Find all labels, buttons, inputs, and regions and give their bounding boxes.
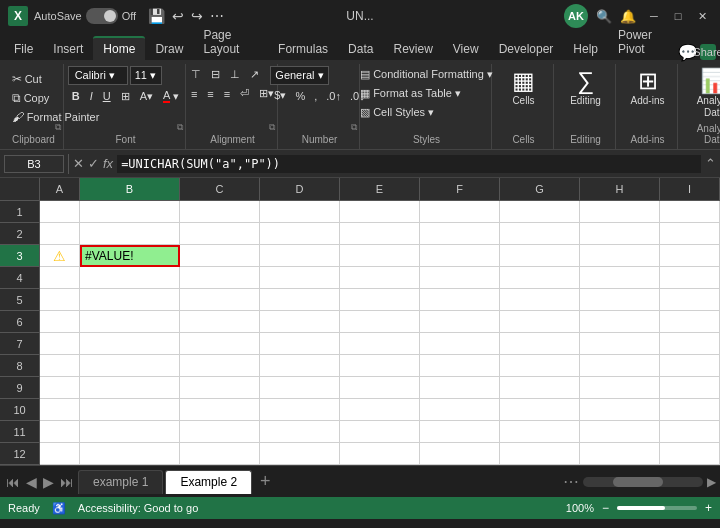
cell-a3[interactable]: ⚠ bbox=[40, 245, 80, 267]
row-header-5[interactable]: 5 bbox=[0, 289, 40, 311]
font-family-dropdown[interactable]: Calibri ▾ bbox=[68, 66, 128, 85]
cell-c7[interactable] bbox=[180, 333, 260, 355]
col-header-i[interactable]: I bbox=[660, 178, 720, 200]
orientation-button[interactable]: ↗ bbox=[246, 66, 263, 83]
cell-a8[interactable] bbox=[40, 355, 80, 377]
cell-f3[interactable] bbox=[420, 245, 500, 267]
row-header-10[interactable]: 10 bbox=[0, 399, 40, 421]
tab-page-layout[interactable]: Page Layout bbox=[193, 24, 268, 60]
font-size-dropdown[interactable]: 11 ▾ bbox=[130, 66, 162, 85]
number-format-dropdown[interactable]: General ▾ bbox=[270, 66, 328, 85]
cell-a9[interactable] bbox=[40, 377, 80, 399]
cell-h11[interactable] bbox=[580, 421, 660, 443]
cell-e4[interactable] bbox=[340, 267, 420, 289]
close-button[interactable]: ✕ bbox=[692, 6, 712, 26]
cell-e5[interactable] bbox=[340, 289, 420, 311]
sheet-nav-next-icon[interactable]: ▶ bbox=[41, 472, 56, 492]
cell-e8[interactable] bbox=[340, 355, 420, 377]
share-icon[interactable]: Share bbox=[700, 44, 716, 60]
cell-a4[interactable] bbox=[40, 267, 80, 289]
tab-developer[interactable]: Developer bbox=[489, 38, 564, 60]
cell-c6[interactable] bbox=[180, 311, 260, 333]
col-header-h[interactable]: H bbox=[580, 178, 660, 200]
sheet-nav-prev-icon[interactable]: ◀ bbox=[24, 472, 39, 492]
cell-i12[interactable] bbox=[660, 443, 720, 465]
align-left-button[interactable]: ≡ bbox=[187, 85, 201, 102]
zoom-slider[interactable] bbox=[617, 506, 697, 510]
row-header-3[interactable]: 3 bbox=[0, 245, 40, 267]
cell-i3[interactable] bbox=[660, 245, 720, 267]
minimize-button[interactable]: ─ bbox=[644, 6, 664, 26]
cell-a12[interactable] bbox=[40, 443, 80, 465]
cell-g11[interactable] bbox=[500, 421, 580, 443]
search-icon[interactable]: 🔍 bbox=[596, 8, 612, 24]
row-header-12[interactable]: 12 bbox=[0, 443, 40, 465]
cell-d7[interactable] bbox=[260, 333, 340, 355]
clipboard-expand-icon[interactable]: ⧉ bbox=[55, 122, 61, 133]
cell-b7[interactable] bbox=[80, 333, 180, 355]
tab-formulas[interactable]: Formulas bbox=[268, 38, 338, 60]
fill-color-button[interactable]: A▾ bbox=[136, 87, 157, 105]
tab-help[interactable]: Help bbox=[563, 38, 608, 60]
cell-i9[interactable] bbox=[660, 377, 720, 399]
cell-c2[interactable] bbox=[180, 223, 260, 245]
insert-function-icon[interactable]: fx bbox=[103, 156, 113, 171]
underline-button[interactable]: U bbox=[99, 87, 115, 105]
tab-home[interactable]: Home bbox=[93, 36, 145, 60]
cell-g8[interactable] bbox=[500, 355, 580, 377]
cell-h4[interactable] bbox=[580, 267, 660, 289]
cell-g3[interactable] bbox=[500, 245, 580, 267]
cell-reference-box[interactable] bbox=[4, 155, 64, 173]
cell-e12[interactable] bbox=[340, 443, 420, 465]
col-header-a[interactable]: A bbox=[40, 178, 80, 200]
cell-h7[interactable] bbox=[580, 333, 660, 355]
cancel-formula-icon[interactable]: ✕ bbox=[73, 156, 84, 171]
cell-g1[interactable] bbox=[500, 201, 580, 223]
cell-f11[interactable] bbox=[420, 421, 500, 443]
cell-d6[interactable] bbox=[260, 311, 340, 333]
autosave-toggle[interactable] bbox=[86, 8, 118, 24]
cell-b11[interactable] bbox=[80, 421, 180, 443]
cell-e10[interactable] bbox=[340, 399, 420, 421]
format-as-table-button[interactable]: ▦ Format as Table ▾ bbox=[356, 85, 465, 102]
cell-g4[interactable] bbox=[500, 267, 580, 289]
cell-b8[interactable] bbox=[80, 355, 180, 377]
sheet-tab-example2[interactable]: Example 2 bbox=[165, 470, 252, 494]
cell-b3[interactable]: #VALUE! bbox=[80, 245, 180, 267]
horizontal-scrollbar[interactable] bbox=[583, 477, 703, 487]
cell-c3[interactable] bbox=[180, 245, 260, 267]
cells-button[interactable]: ▦ Cells bbox=[506, 66, 542, 110]
cell-e2[interactable] bbox=[340, 223, 420, 245]
editing-button[interactable]: ∑ Editing bbox=[566, 66, 605, 110]
cell-b9[interactable] bbox=[80, 377, 180, 399]
tab-file[interactable]: File bbox=[4, 38, 43, 60]
cell-d11[interactable] bbox=[260, 421, 340, 443]
cell-f10[interactable] bbox=[420, 399, 500, 421]
row-header-9[interactable]: 9 bbox=[0, 377, 40, 399]
col-header-d[interactable]: D bbox=[260, 178, 340, 200]
analyze-data-button[interactable]: 📊 Analyze Data bbox=[686, 66, 720, 122]
row-header-7[interactable]: 7 bbox=[0, 333, 40, 355]
maximize-button[interactable]: □ bbox=[668, 6, 688, 26]
align-middle-button[interactable]: ⊟ bbox=[207, 66, 224, 83]
italic-button[interactable]: I bbox=[86, 87, 97, 105]
cell-a5[interactable] bbox=[40, 289, 80, 311]
formula-collapse-icon[interactable]: ⌃ bbox=[705, 156, 716, 171]
cell-d5[interactable] bbox=[260, 289, 340, 311]
user-avatar[interactable]: AK bbox=[564, 4, 588, 28]
cell-h10[interactable] bbox=[580, 399, 660, 421]
cell-a7[interactable] bbox=[40, 333, 80, 355]
cell-h2[interactable] bbox=[580, 223, 660, 245]
cell-i7[interactable] bbox=[660, 333, 720, 355]
cell-d1[interactable] bbox=[260, 201, 340, 223]
tab-draw[interactable]: Draw bbox=[145, 38, 193, 60]
wrap-text-button[interactable]: ⏎ bbox=[236, 85, 253, 102]
row-header-2[interactable]: 2 bbox=[0, 223, 40, 245]
cell-f9[interactable] bbox=[420, 377, 500, 399]
row-header-1[interactable]: 1 bbox=[0, 201, 40, 223]
cell-h8[interactable] bbox=[580, 355, 660, 377]
tab-view[interactable]: View bbox=[443, 38, 489, 60]
row-header-11[interactable]: 11 bbox=[0, 421, 40, 443]
font-color-button[interactable]: A▾ bbox=[159, 87, 183, 105]
cell-e1[interactable] bbox=[340, 201, 420, 223]
